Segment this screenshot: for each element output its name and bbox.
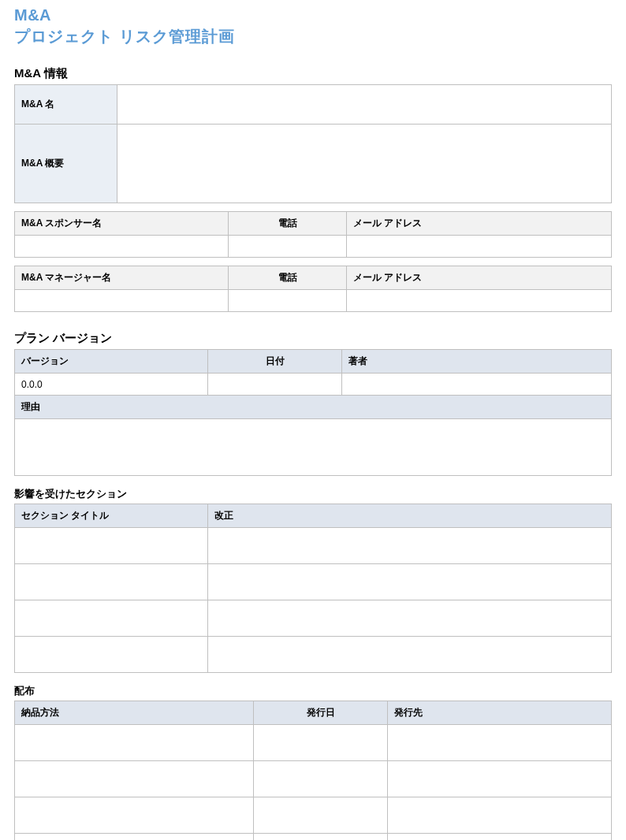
dist-date-cell[interactable]	[254, 725, 388, 761]
distribution-table: 納品方法 発行日 発行先	[14, 701, 612, 840]
affected-title-cell[interactable]	[15, 564, 208, 600]
dist-method-cell[interactable]	[15, 725, 254, 761]
affected-row	[15, 564, 612, 600]
version-reason-value[interactable]	[15, 419, 612, 476]
dist-to-cell[interactable]	[388, 797, 612, 834]
affected-header-revision: 改正	[208, 504, 612, 528]
affected-row	[15, 600, 612, 637]
version-row: 0.0.0	[15, 374, 612, 396]
manager-phone-cell[interactable]	[229, 290, 347, 312]
manager-name-cell[interactable]	[15, 290, 229, 312]
version-section-heading: プラン バージョン	[14, 331, 612, 346]
dist-header-to: 発行先	[388, 701, 612, 725]
dist-header-date: 発行日	[254, 701, 388, 725]
sponsor-name-cell[interactable]	[15, 236, 229, 258]
sponsor-phone-cell[interactable]	[229, 236, 347, 258]
version-table: バージョン 日付 著者 0.0.0 理由	[14, 349, 612, 476]
affected-row	[15, 528, 612, 564]
info-name-row: M&A 名	[15, 85, 612, 125]
affected-title-cell[interactable]	[15, 528, 208, 564]
manager-header-email: メール アドレス	[347, 266, 612, 290]
sponsor-header-name: M&A スポンサー名	[15, 212, 229, 236]
version-header-date: 日付	[208, 350, 342, 374]
dist-date-cell[interactable]	[254, 761, 388, 797]
info-table: M&A 名 M&A 概要	[14, 84, 612, 203]
doc-title-line1: M&A	[14, 6, 612, 24]
sponsor-row	[15, 236, 612, 258]
affected-title-cell[interactable]	[15, 600, 208, 637]
sponsor-header-email: メール アドレス	[347, 212, 612, 236]
version-version-cell[interactable]: 0.0.0	[15, 374, 208, 396]
dist-to-cell[interactable]	[388, 834, 612, 841]
sponsor-table: M&A スポンサー名 電話 メール アドレス	[14, 211, 612, 258]
manager-row	[15, 290, 612, 312]
dist-row	[15, 797, 612, 834]
dist-row	[15, 761, 612, 797]
version-header-author: 著者	[342, 350, 612, 374]
dist-row	[15, 725, 612, 761]
manager-email-cell[interactable]	[347, 290, 612, 312]
doc-title-line2: プロジェクト リスク管理計画	[14, 26, 612, 47]
affected-revision-cell[interactable]	[208, 528, 612, 564]
affected-revision-cell[interactable]	[208, 600, 612, 637]
dist-to-cell[interactable]	[388, 725, 612, 761]
dist-method-cell[interactable]	[15, 761, 254, 797]
info-overview-label: M&A 概要	[15, 125, 117, 203]
info-name-label: M&A 名	[15, 85, 117, 125]
affected-table: セクション タイトル 改正	[14, 504, 612, 673]
sponsor-header-phone: 電話	[229, 212, 347, 236]
info-overview-value[interactable]	[117, 125, 612, 203]
manager-header-phone: 電話	[229, 266, 347, 290]
dist-method-cell[interactable]	[15, 797, 254, 834]
dist-date-cell[interactable]	[254, 834, 388, 841]
version-header-version: バージョン	[15, 350, 208, 374]
affected-revision-cell[interactable]	[208, 564, 612, 600]
manager-table: M&A マネージャー名 電話 メール アドレス	[14, 266, 612, 312]
version-date-cell[interactable]	[208, 374, 342, 396]
version-author-cell[interactable]	[342, 374, 612, 396]
affected-revision-cell[interactable]	[208, 637, 612, 673]
info-section-heading: M&A 情報	[14, 66, 612, 81]
dist-header-method: 納品方法	[15, 701, 254, 725]
distribution-section-heading: 配布	[14, 684, 612, 698]
version-reason-label: 理由	[15, 396, 612, 419]
manager-header-name: M&A マネージャー名	[15, 266, 229, 290]
affected-title-cell[interactable]	[15, 637, 208, 673]
dist-to-cell[interactable]	[388, 761, 612, 797]
affected-row	[15, 637, 612, 673]
dist-method-cell[interactable]	[15, 834, 254, 841]
affected-header-title: セクション タイトル	[15, 504, 208, 528]
affected-section-heading: 影響を受けたセクション	[14, 487, 612, 501]
dist-date-cell[interactable]	[254, 797, 388, 834]
sponsor-email-cell[interactable]	[347, 236, 612, 258]
info-overview-row: M&A 概要	[15, 125, 612, 203]
dist-row	[15, 834, 612, 841]
info-name-value[interactable]	[117, 85, 612, 125]
